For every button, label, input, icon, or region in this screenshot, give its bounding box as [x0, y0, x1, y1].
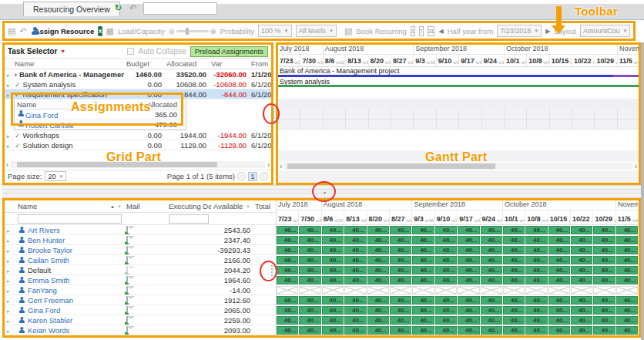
capacity-cell[interactable]: 40...: [344, 266, 366, 274]
gantt-capacity-cell[interactable]: [527, 120, 549, 130]
capacity-cell[interactable]: 40...: [481, 246, 502, 254]
timeline-week[interactable]: 8/20w34: [367, 210, 390, 224]
capacity-cell[interactable]: 40...: [503, 236, 525, 244]
resource-name-link[interactable]: Karen Stabler: [28, 316, 72, 325]
capacity-cell[interactable]: 40...: [412, 246, 434, 254]
resource-row[interactable]: ▸Gert Freeman1912.60: [5, 295, 276, 305]
capacity-cell[interactable]: 40...: [458, 296, 479, 305]
capacity-cell[interactable]: 40...: [548, 266, 570, 274]
capacity-cell[interactable]: 40...: [548, 306, 570, 315]
capacity-cell-nonworking[interactable]: [390, 286, 411, 295]
capacity-cell-nonworking[interactable]: [412, 286, 434, 295]
capacity-cell[interactable]: 40...: [571, 326, 592, 335]
expand-icon[interactable]: ▸: [7, 288, 10, 294]
capacity-cell[interactable]: 40...: [299, 326, 320, 335]
gantt-capacity-cell[interactable]: [369, 120, 391, 130]
resource-row[interactable]: ▸Emma Smith1964.60: [5, 275, 276, 285]
capacity-cell[interactable]: 40...: [412, 266, 434, 274]
timeline-week[interactable]: 9/17w38: [459, 55, 481, 66]
resource-row[interactable]: ▸Ben Hunter2347.40: [5, 235, 276, 245]
capacity-cell[interactable]: 40...: [503, 256, 525, 264]
column-header-name[interactable]: Name: [12, 59, 124, 68]
capacity-cell[interactable]: 40...: [322, 276, 344, 284]
calendar-month-button[interactable]: 31: [428, 26, 435, 36]
expand-icon[interactable]: ▸: [7, 238, 10, 244]
capacity-cell[interactable]: 40...: [503, 306, 525, 315]
gantt-capacity-cell[interactable]: [278, 109, 300, 120]
capacity-cell[interactable]: 40...: [458, 326, 479, 335]
capacity-cell[interactable]: 40...: [481, 226, 502, 234]
refresh-icon[interactable]: ↻: [112, 2, 124, 14]
assignment-name-link[interactable]: Robert Carlisle: [25, 121, 74, 130]
capacity-cell[interactable]: 40...: [277, 266, 298, 274]
gantt-capacity-cell[interactable]: [482, 109, 505, 120]
timeline-week[interactable]: 8/6w32: [322, 210, 344, 224]
capacity-cell[interactable]: 40...: [616, 276, 638, 284]
department-filter-input[interactable]: [169, 214, 209, 224]
task-row[interactable]: ▸✓System analysis0.0010608.00-10608.006/…: [5, 79, 271, 89]
capacity-cell[interactable]: 40...: [616, 226, 638, 234]
gantt-capacity-cell[interactable]: [505, 109, 527, 120]
capacity-cell[interactable]: 40...: [412, 326, 434, 335]
capacity-cell[interactable]: 40...: [571, 236, 592, 244]
capacity-cell[interactable]: 40...: [344, 276, 366, 284]
capacity-cell[interactable]: 40...: [435, 326, 457, 335]
capacity-cell-nonworking[interactable]: [525, 286, 547, 295]
capacity-cell[interactable]: 40...: [322, 226, 344, 234]
expand-icon[interactable]: ▸: [7, 328, 10, 334]
gantt-bar-row[interactable]: Bank of America - Management project: [278, 67, 639, 78]
tab-resourcing-overview[interactable]: Resourcing Overview: [23, 2, 120, 16]
capacity-cell[interactable]: 40...: [367, 326, 389, 335]
gantt-capacity-cell[interactable]: [369, 109, 391, 120]
capacity-cell[interactable]: 40...: [344, 296, 366, 305]
gantt-capacity-cell[interactable]: [618, 109, 640, 120]
capacity-cell[interactable]: 40...: [593, 256, 615, 264]
capacity-cell[interactable]: 40...: [616, 256, 638, 264]
capacity-cell[interactable]: 40...: [571, 306, 592, 315]
capacity-cell[interactable]: 40...: [435, 306, 457, 315]
timeline-week[interactable]: 9/24w39: [481, 210, 503, 224]
capacity-cell[interactable]: 40...: [344, 246, 366, 254]
capacity-cell[interactable]: 40...: [525, 326, 547, 335]
gantt-capacity-cell[interactable]: [278, 120, 300, 130]
timeline-week[interactable]: 10/8w41: [527, 55, 549, 66]
capacity-cell[interactable]: 40...: [390, 326, 411, 335]
expand-icon[interactable]: ▸: [7, 268, 10, 274]
capacity-cell[interactable]: 40...: [435, 236, 457, 244]
mail-icon[interactable]: [126, 276, 128, 284]
gantt-capacity-cell[interactable]: [459, 120, 481, 130]
capacity-cell[interactable]: 40...: [458, 266, 479, 274]
capacity-cell[interactable]: 40...: [593, 276, 615, 284]
zoom-slider-thumb[interactable]: [186, 28, 189, 35]
capacity-cell[interactable]: 40...: [571, 226, 592, 234]
save-icon[interactable]: ▤: [8, 25, 15, 36]
mail-icon[interactable]: [126, 286, 128, 295]
capacity-cell[interactable]: 40...: [299, 246, 320, 254]
capacity-cell[interactable]: 40...: [503, 226, 525, 234]
expand-icon[interactable]: ▸: [7, 278, 10, 284]
capacity-cell[interactable]: 40...: [458, 306, 479, 315]
expand-icon[interactable]: ▸: [7, 228, 10, 234]
capacity-cell[interactable]: 40...: [458, 226, 479, 234]
timeline-week[interactable]: 9/3w36: [412, 210, 434, 224]
capacity-cell[interactable]: 40...: [548, 316, 570, 325]
expand-icon[interactable]: ▸: [7, 258, 10, 264]
capacity-cell[interactable]: 40...: [616, 316, 638, 325]
capacity-cell[interactable]: 40...: [435, 256, 457, 264]
load-capacity-button[interactable]: Load/Capacity: [118, 27, 165, 35]
filter-active-icon[interactable]: ▼: [60, 49, 65, 54]
column-header-name[interactable]: Name ▲ ▼: [15, 202, 124, 210]
task-row[interactable]: ▸✓Requirement specification0.00844.00-84…: [5, 89, 271, 99]
capacity-cell[interactable]: 40...: [435, 296, 457, 305]
timeline-week[interactable]: 10/29w44: [595, 55, 617, 66]
pager-next-icon[interactable]: ›: [260, 172, 268, 180]
capacity-cell[interactable]: 40...: [367, 256, 389, 264]
capacity-cell[interactable]: 40...: [344, 236, 366, 244]
capacity-cell[interactable]: 40...: [344, 316, 366, 325]
page-size-select[interactable]: 20▼: [45, 171, 66, 181]
gantt-capacity-cell[interactable]: [437, 120, 459, 130]
timeline-week[interactable]: 8/27w35: [390, 210, 412, 224]
name-filter-input[interactable]: [18, 214, 122, 224]
gantt-capacity-cell[interactable]: [482, 120, 505, 130]
capacity-cell[interactable]: 40...: [322, 326, 344, 335]
